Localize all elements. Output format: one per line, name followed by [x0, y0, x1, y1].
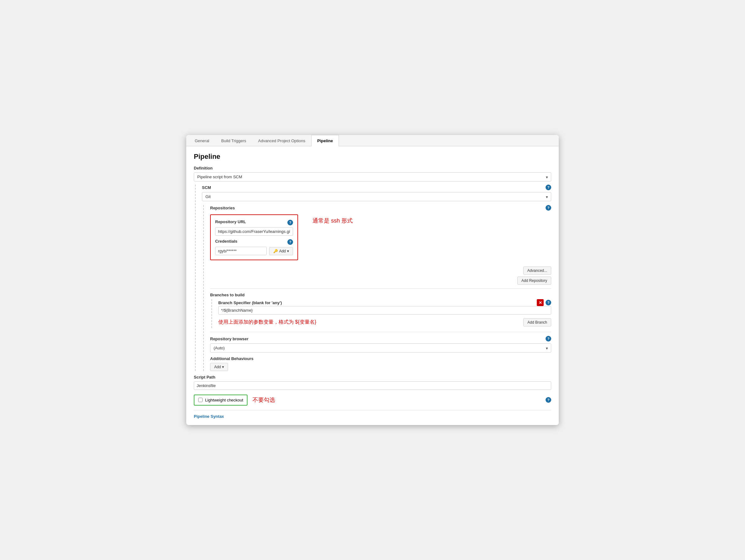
additional-behaviours-add-button[interactable]: Add ▾: [210, 363, 228, 371]
git-section: Repositories ? Repository URL ?: [203, 205, 551, 371]
credentials-row: rgyb/****** 🔑 Add ▾: [215, 247, 293, 255]
credentials-add-button[interactable]: 🔑 Add ▾: [269, 247, 293, 255]
add-branch-button[interactable]: Add Branch: [523, 318, 551, 326]
add-repository-button[interactable]: Add Repository: [517, 277, 551, 285]
remove-branch-button[interactable]: ✕: [537, 299, 544, 306]
page-title: Pipeline: [194, 152, 551, 161]
repo-browser-help-icon[interactable]: ?: [546, 336, 551, 342]
script-path-label: Script Path: [194, 375, 551, 380]
advanced-button[interactable]: Advanced...: [523, 267, 551, 275]
repo-url-header: Repository URL ?: [215, 219, 293, 225]
tab-general[interactable]: General: [189, 135, 215, 146]
repo-browser-header: Repository browser ?: [210, 336, 551, 342]
repo-url-annotation: 通常是 ssh 形式: [303, 214, 353, 227]
lightweight-checkout-box: Lightweight checkout: [194, 394, 248, 406]
tab-pipeline[interactable]: Pipeline: [311, 135, 339, 146]
repo-url-label: Repository URL: [215, 219, 246, 224]
repo-url-help-icon[interactable]: ?: [287, 220, 293, 225]
repo-browser-select[interactable]: (Auto): [210, 343, 551, 352]
credentials-select[interactable]: rgyb/******: [215, 247, 267, 255]
scm-row: SCM ?: [202, 184, 551, 190]
lightweight-checkout-checkbox[interactable]: [198, 398, 202, 402]
scm-help-icon[interactable]: ?: [546, 184, 551, 190]
branches-header: Branches to build: [210, 292, 551, 297]
scm-select[interactable]: Git: [202, 192, 551, 201]
branch-specifier-input[interactable]: [218, 306, 551, 315]
branch-annotation-row: 使用上面添加的参数变量，格式为 ${变量名} Add Branch: [218, 316, 551, 328]
additional-behaviours-row: Add ▾: [210, 363, 551, 371]
pipeline-syntax-link[interactable]: Pipeline Syntax: [194, 414, 224, 419]
definition-select[interactable]: Pipeline script from SCM: [194, 172, 551, 181]
definition-select-wrapper: Pipeline script from SCM: [194, 172, 551, 181]
branch-annotation: 使用上面添加的参数变量，格式为 ${变量名}: [218, 316, 316, 328]
branch-specifier-help-icon[interactable]: ?: [546, 300, 551, 306]
repo-url-input[interactable]: [215, 227, 293, 236]
branch-specifier-label: Branch Specifier (blank for 'any'): [218, 301, 282, 305]
lightweight-checkout-help-icon[interactable]: ?: [546, 397, 551, 403]
tab-advanced-project-options[interactable]: Advanced Project Options: [252, 135, 311, 146]
key-icon: 🔑: [273, 249, 278, 253]
main-window: General Build Triggers Advanced Project …: [186, 135, 559, 425]
repo-box-wrapper: Repository URL ? Credentials ?: [210, 214, 298, 264]
repo-browser-label: Repository browser: [210, 337, 546, 341]
credentials-label: Credentials: [215, 239, 237, 244]
repo-section: Repository URL ? Credentials ?: [210, 214, 551, 264]
tab-build-triggers[interactable]: Build Triggers: [215, 135, 252, 146]
additional-behaviours-label: Additional Behaviours: [210, 356, 551, 361]
lightweight-checkout-row: Lightweight checkout 不要勾选 ?: [194, 394, 551, 406]
scm-select-wrapper: Git: [202, 192, 551, 201]
repo-browser-select-wrapper: (Auto): [210, 343, 551, 352]
scm-section: SCM ? Git Repositories ?: [195, 184, 551, 371]
definition-label: Definition: [194, 166, 551, 170]
branch-specifier-header: Branch Specifier (blank for 'any') ✕ ?: [218, 299, 551, 306]
credentials-header: Credentials ?: [215, 239, 293, 245]
repos-label: Repositories: [210, 206, 235, 210]
tab-bar: General Build Triggers Advanced Project …: [186, 135, 559, 146]
repos-header: Repositories ?: [210, 205, 551, 211]
repo-box: Repository URL ? Credentials ?: [210, 214, 298, 260]
lightweight-checkout-label: Lightweight checkout: [205, 398, 243, 403]
content-area: Pipeline Definition Pipeline script from…: [186, 146, 559, 425]
repos-help-icon[interactable]: ?: [546, 205, 551, 211]
script-path-input[interactable]: [194, 381, 551, 390]
repo-action-buttons: Advanced... Add Repository: [210, 267, 551, 285]
branches-section: Branch Specifier (blank for 'any') ✕ ? 使…: [212, 299, 551, 328]
branches-label: Branches to build: [210, 292, 551, 297]
scm-label: SCM: [202, 185, 546, 190]
credentials-help-icon[interactable]: ?: [287, 239, 293, 245]
lightweight-checkout-annotation: 不要勾选: [253, 394, 275, 406]
